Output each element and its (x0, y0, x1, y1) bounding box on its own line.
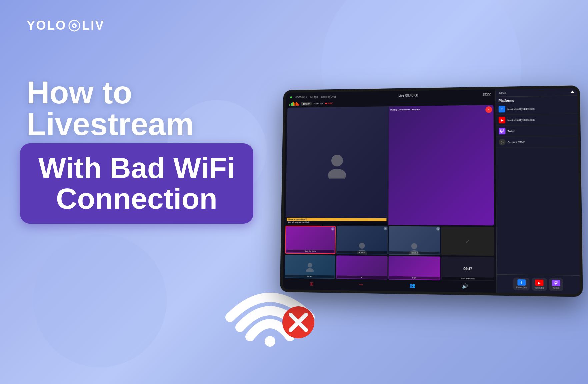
platform-item-rtmp[interactable]: ▷ Custom RTMP (496, 136, 578, 148)
main-preview: Have a question? We will answer you LIVE… (286, 105, 494, 226)
thumb-close-icon[interactable]: ✕ (331, 227, 334, 231)
live-time: Live 00:40:08 (398, 94, 418, 98)
thumb-person-2 (388, 226, 440, 255)
logo-text-2: LIV (82, 18, 105, 33)
thumb-close-icon-2[interactable]: ✕ (384, 227, 387, 230)
dest-facebook-icon: f (517, 279, 526, 286)
thumb-label-1: Side By Side (286, 250, 334, 253)
bg-decoration-2 (33, 234, 167, 367)
thumb-label-3: HDMI 2 (389, 251, 440, 255)
overlay-text: Have a question? We will answer you LIVE… (286, 216, 388, 225)
thumb-pdf[interactable]: PDF (388, 256, 440, 280)
badge-line2: Connection (38, 183, 235, 214)
device-clock: 13:22 (498, 91, 506, 95)
thumbnail-row-1: ✕ Side By Side ✕ HDMI 1 (285, 226, 494, 256)
bitrate-label: 4000 bps (295, 95, 307, 99)
thumb-hdmi2[interactable]: ✕ HDMI 2 (388, 226, 440, 255)
sd-card-time: 09:47 (463, 267, 472, 271)
overlay-answer: We will answer you LIVE. (287, 221, 386, 224)
signal-icon (570, 90, 575, 93)
dest-twitch-label: Twitch (552, 287, 559, 289)
right-panel: 13:22 Platforms f frank.zhu@yololiv.com … (495, 88, 580, 294)
rtmp-icon: ▷ (499, 139, 505, 145)
thumbnail-row-2: HDMI M PDF 09:47 SD Card Video (285, 255, 494, 281)
thumb-side-by-side[interactable]: ✕ Side By Side (285, 226, 336, 254)
platform-item-facebook[interactable]: f frank.zhu@yololiv.com (496, 103, 578, 115)
youtube-icon: ▶ (499, 117, 505, 123)
resolution-badge[interactable]: 1080P (301, 102, 312, 105)
svg-marker-15 (570, 90, 575, 93)
replay-button[interactable]: REPLAY (314, 102, 324, 105)
preview-grid: Have a question? We will answer you LIVE… (286, 105, 494, 226)
twitch-icon (499, 128, 505, 134)
svg-point-3 (265, 336, 275, 347)
svg-point-9 (359, 243, 365, 249)
layers-icon[interactable]: ⊞ (310, 281, 314, 286)
status-bar-left: 4000 bps 60 fps Drop:0(0%) (290, 95, 336, 99)
dest-twitch-icon (552, 280, 560, 286)
thumb-sd-card[interactable]: 09:47 SD Card Video (441, 257, 494, 281)
stream-dest-youtube[interactable]: ▶ YouTube (532, 278, 547, 291)
svg-point-8 (328, 169, 346, 179)
device-tablet: 4000 bps 60 fps Drop:0(0%) Live 00:40:08… (280, 85, 583, 297)
expand-icon: ⤢ (466, 238, 470, 244)
dest-facebook-label: Facebook (516, 286, 527, 289)
svg-point-13 (308, 263, 312, 267)
thumb-extra[interactable]: ⤢ (441, 227, 494, 256)
thumb-m[interactable]: M (336, 255, 387, 279)
platform-item-youtube[interactable]: ▶ frank.zhu@yololiv.com (496, 114, 578, 126)
svg-point-2 (73, 25, 75, 27)
device-screen: 4000 bps 60 fps Drop:0(0%) Live 00:40:08… (283, 88, 580, 294)
users-icon[interactable]: 👥 (409, 283, 415, 288)
left-panel: 4000 bps 60 fps Drop:0(0%) Live 00:40:08… (283, 89, 497, 293)
logo-text: YOLO (27, 18, 67, 33)
fps-label: 60 fps (310, 95, 318, 99)
live-indicator (290, 96, 292, 98)
thumb-hdmi1[interactable]: ✕ HDMI 1 (336, 226, 388, 255)
thumb-hdmi-small[interactable]: HDMI (285, 255, 335, 279)
svg-point-7 (331, 155, 343, 166)
live-badge: ● (485, 106, 492, 113)
badge-line1: With Bad WiFi (38, 153, 235, 183)
person-svg (324, 152, 350, 179)
drop-label: Drop:0(0%) (321, 95, 336, 98)
stream-footer: f Facebook ▶ YouTube Twitch (497, 274, 580, 294)
platform-name-rtmp: Custom RTMP (508, 140, 526, 143)
platform-item-twitch[interactable]: Twitch (496, 125, 578, 137)
bottom-icons: ⊞ ⤳ 👥 🔊 (284, 279, 494, 291)
volume-icon[interactable]: 🔊 (462, 283, 468, 289)
making-text: Making Live Streams That Stick. (390, 108, 485, 111)
facebook-icon: f (499, 106, 505, 112)
preview-cell-person: Have a question? We will answer you LIVE… (286, 106, 389, 225)
platform-name-twitch: Twitch (507, 129, 515, 132)
subtitle-badge: With Bad WiFi Connection (20, 143, 253, 224)
bitmeter (289, 102, 299, 106)
stream-dest-twitch[interactable]: Twitch (549, 278, 563, 291)
preview-cell-content: Making Live Streams That Stick. ● (388, 105, 494, 226)
dest-youtube-label: YouTube (535, 286, 544, 289)
svg-point-14 (306, 268, 314, 272)
clock: 13:22 (482, 92, 491, 96)
main-title: How to Livestream (27, 77, 260, 140)
stream-dest-facebook[interactable]: f Facebook (513, 278, 530, 291)
rec-dot (325, 102, 327, 104)
logo-eye-icon (68, 19, 81, 32)
rec-button[interactable]: REC (325, 102, 333, 105)
share-icon[interactable]: ⤳ (359, 282, 363, 287)
platform-name-youtube: frank.zhu@yololiv.com (507, 118, 535, 122)
dest-youtube-icon: ▶ (535, 280, 543, 286)
thumb-label-2: HDMI 1 (337, 251, 387, 254)
logo: YOLO LIV (27, 18, 105, 33)
svg-point-11 (411, 243, 417, 249)
platform-name-facebook: frank.zhu@yololiv.com (507, 107, 535, 111)
thumb-person-1 (336, 226, 388, 255)
